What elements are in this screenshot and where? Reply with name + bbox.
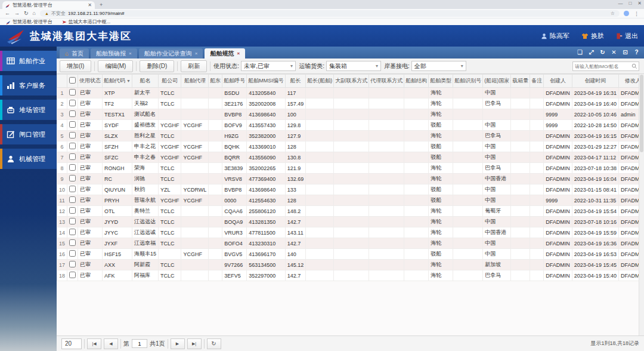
column-header[interactable]: 创建时间 [572,75,618,88]
column-header[interactable]: 船舶呼号 [222,75,247,88]
tab-首页[interactable]: ⌂首页 [60,48,89,59]
table-row[interactable]: 6已审SFZH申丰之花YCGHFYCGHFBQHK413369010128驳船中… [57,141,644,152]
pager-refresh-button[interactable]: ↻ [207,338,221,349]
bookmark-star-icon[interactable]: ☆ [611,11,615,16]
table-row[interactable]: 3已审TESTX1测试船名BVBP8413698640100海轮99992022… [57,109,644,120]
table-row[interactable]: 16已审HSF15海顺丰15YCGHFBVGV5413696170140驳船中国… [57,249,644,260]
search-icon[interactable] [631,63,637,69]
table-row[interactable]: 8已审RONGH荣海TCLC3E3839352002265121.9海轮巴拿马D… [57,163,644,174]
table-row[interactable]: 4已审SYDF盛裕德发YCGHFYCGHFBOFV9413557430129.8… [57,120,644,131]
bookmark-item[interactable]: 智慧港航-管理平台 [6,19,52,25]
forward-icon[interactable]: → [14,11,20,16]
url-field[interactable]: ▲ 不安全 192.168.21.11:9079/main# ☆ [40,10,620,17]
row-checkbox[interactable] [69,164,76,171]
page-number-input[interactable] [132,339,147,348]
browser-menu-icon[interactable]: ⋮ [634,11,639,17]
new-tab-button[interactable]: + [100,2,103,8]
tab-船舶作业记录查询[interactable]: 船舶作业记录查询× [139,48,203,59]
window-close-button[interactable]: ✕ [637,1,642,6]
browser-tab-close-icon[interactable]: ✕ [88,2,92,8]
close-icon[interactable]: ✕ [609,48,618,57]
column-header[interactable]: 船舶代理 [181,75,209,88]
tab-close-icon[interactable]: × [129,51,132,56]
column-header[interactable]: 大副联系方式 [334,75,369,88]
column-header[interactable]: 使用状态 [78,75,103,88]
tab-close-icon[interactable]: × [237,51,240,56]
browser-tab[interactable]: 智慧港航-管理平台 ✕ [2,1,95,9]
row-checkbox[interactable] [69,272,76,278]
logout-button[interactable]: 退出 [616,32,638,41]
column-header[interactable]: 创建人 [544,75,572,88]
row-checkbox[interactable] [69,186,76,192]
home-icon[interactable]: ⌂ [33,11,36,16]
toolbar-button-1[interactable]: 增加(I) [60,60,91,72]
next-page-button[interactable]: ▶ [171,338,185,349]
current-user[interactable]: 陈高军 [541,32,569,41]
window-minimize-button[interactable]: — [618,1,623,6]
table-row[interactable]: 5已审SLZX胜利之星TCLCH9ZG352382000127.9海轮巴拿马DF… [57,131,644,141]
toolbar-button-4[interactable]: 刷新 [181,60,207,72]
sidebar-item-yard[interactable]: 堆场管理 [0,100,57,120]
row-checkbox[interactable] [69,218,76,224]
row-checkbox[interactable] [69,207,76,214]
column-header[interactable]: 船名 [132,75,158,88]
column-header[interactable]: 船舶识别号 [453,75,483,88]
table-row[interactable]: 18已审AFK阿福库TCLC3EFV5352297000142.7海轮巴拿马DF… [57,270,644,281]
table-row[interactable]: 1已审XTP新太平TCLCBSDU413205840117海轮中国DFADMIN… [57,88,644,98]
column-header[interactable]: 船舶类型 [429,75,453,88]
table-row[interactable]: 12已审OTL奥特兰TCLCCQAA6255806120148.2海轮葡萄牙DF… [57,206,644,217]
row-checkbox[interactable] [69,110,76,117]
ship-search-box[interactable] [572,61,639,71]
table-row[interactable]: 9已审RC润驰TCLCVRSV8477369400132.69海轮中国香港DFA… [57,174,644,184]
filter-select[interactable]: 全部▾ [411,61,466,71]
toolbar-button-2[interactable]: 编辑(M) [98,60,133,72]
tab-船舶预确报[interactable]: 船舶预确报× [91,48,137,59]
sidebar-item-grid[interactable]: 船舶作业 [0,51,57,71]
row-checkbox[interactable] [69,153,76,160]
table-row[interactable]: 2已审TF2天福2TCLC3E2176352002008157.49海轮巴拿马D… [57,98,644,109]
filter-select[interactable]: 未审,已审▾ [241,61,296,71]
table-row[interactable]: 11已审PRYH普瑞永航YCGHFYCGHF0000412554630128驳船… [57,195,644,206]
column-header[interactable]: 船东 [209,75,222,88]
column-header[interactable]: 备注 [530,75,544,88]
table-row[interactable]: 15已审JYXF江远幸福TCLCBOFO4413230310142.7海轮中国D… [57,238,644,249]
scrollbar-thumb[interactable] [640,75,643,152]
column-header[interactable]: 载箱量 [511,75,530,88]
help-icon[interactable]: ? [632,48,641,57]
page-size-select[interactable]: 20 [61,338,82,349]
table-row[interactable]: 14已审JYYC江远远诚TCLCVRUR3477811500143.11海轮中国… [57,227,644,238]
row-checkbox[interactable] [69,175,76,181]
sidebar-item-chart[interactable]: 客户服务 [0,75,57,96]
bookmark-item[interactable]: 盐城大丰港口中枢... [62,19,111,25]
column-header[interactable]: 船舶代码▼ [103,75,132,88]
table-row[interactable]: 7已审SFZC申丰之春YCGHFYCGHFBQRR413556090130.8驳… [57,152,644,163]
row-checkbox[interactable] [69,100,76,106]
row-checkbox[interactable] [69,261,76,267]
table-row[interactable]: 13已审JYYD江远远达TCLCBOQA9413281350142.7海轮中国D… [57,217,644,227]
ship-search-input[interactable] [573,64,631,69]
reload-icon[interactable]: ↻ [24,11,29,16]
row-checkbox[interactable] [69,143,76,149]
change-skin-button[interactable]: 换肤 [581,32,604,41]
row-checkbox[interactable] [69,132,76,138]
window-maximize-button[interactable]: □ [628,1,631,6]
toolbar-button-3[interactable]: 删除(D) [140,60,174,72]
tab-船舶规范[interactable]: 船舶规范× [205,48,245,59]
sidebar-item-gate[interactable]: 闸口管理 [0,124,57,144]
export-icon[interactable]: ⊡ [621,48,630,57]
row-checkbox[interactable] [69,196,76,203]
column-header[interactable]: (船籍)国家 [483,75,511,88]
browser-avatar[interactable] [624,11,629,16]
select-all-checkbox[interactable] [69,77,76,84]
refresh-icon[interactable]: ↻ [598,48,607,57]
vertical-scrollbar[interactable] [639,74,644,335]
column-header[interactable]: 代理联系方式 [369,75,404,88]
column-header[interactable]: 船舶MMSI编号 [247,75,286,88]
column-header[interactable]: 船长(船舶) [306,75,334,88]
row-checkbox[interactable] [69,239,76,246]
column-header[interactable]: 船舶结构 [404,75,429,88]
back-icon[interactable]: ← [5,11,10,16]
prev-page-button[interactable]: ◀ [104,338,118,349]
filter-select[interactable]: 集装箱▾ [326,61,381,71]
last-page-button[interactable]: ▶| [187,338,202,349]
